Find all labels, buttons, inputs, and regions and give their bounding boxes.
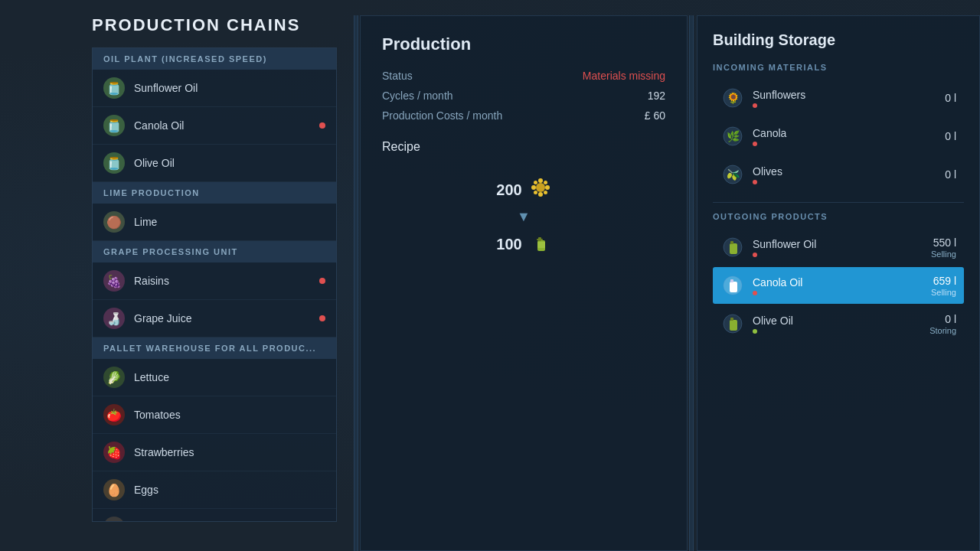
category-header: LIME PRODUCTION bbox=[93, 182, 336, 204]
recipe-content: 200 bbox=[382, 169, 665, 265]
status-row: Status Materials missing bbox=[382, 70, 665, 82]
sunflowers-info: Sunflowers bbox=[753, 89, 945, 108]
canola-oil-out-amount: 659 l bbox=[933, 275, 956, 287]
cycles-label: Cycles / month bbox=[382, 90, 453, 102]
incoming-item-canola: 🌿 Canola 0 l bbox=[713, 118, 964, 155]
sunflower-oil-out-dot bbox=[753, 253, 757, 257]
costs-row: Production Costs / month £ 60 bbox=[382, 109, 665, 122]
sunflower-oil-out-info: Sunflower Oil bbox=[753, 238, 931, 257]
page-title: Production Chains bbox=[92, 15, 352, 35]
canola-name: Canola bbox=[753, 127, 945, 139]
olive-oil-out-info: Olive Oil bbox=[753, 315, 929, 334]
canola-oil-out-dot bbox=[753, 291, 757, 295]
outgoing-item-canola-oil-out[interactable]: Canola Oil 659 l Selling bbox=[713, 267, 964, 304]
wool-label: Wool bbox=[134, 521, 325, 522]
svg-point-0 bbox=[536, 183, 545, 192]
olives-name: Olives bbox=[753, 165, 945, 178]
sunflowers-dot bbox=[753, 103, 757, 108]
svg-text:🌿: 🌿 bbox=[727, 130, 740, 143]
grape-juice-icon: 🍶 bbox=[103, 308, 125, 329]
grape-juice-label: Grape Juice bbox=[134, 312, 319, 324]
status-label: Status bbox=[382, 70, 413, 82]
lime-label: Lime bbox=[134, 216, 325, 228]
svg-point-4 bbox=[545, 185, 550, 190]
recipe-output-amount: 100 bbox=[496, 236, 521, 253]
svg-point-2 bbox=[538, 192, 543, 197]
olives-icon: 🫒 bbox=[720, 162, 745, 187]
canola-icon: 🌿 bbox=[720, 124, 745, 148]
left-panel: Production Chains OIL PLANT (INCREASED S… bbox=[92, 15, 352, 551]
alert-dot bbox=[319, 315, 325, 321]
olive-oil-label: Olive Oil bbox=[134, 157, 325, 169]
list-item-eggs[interactable]: 🥚 Eggs bbox=[93, 471, 336, 509]
canola-oil-out-status: Selling bbox=[931, 288, 956, 297]
recipe-section: Recipe 200 bbox=[382, 140, 665, 265]
svg-text:🫒: 🫒 bbox=[727, 168, 740, 181]
sunflower-oil-out-amount-area: 550 l Selling bbox=[931, 236, 956, 259]
left-divider bbox=[354, 15, 358, 551]
right-divider bbox=[689, 15, 694, 551]
lettuce-icon: 🥬 bbox=[103, 367, 125, 388]
olive-oil-out-status: Storing bbox=[929, 326, 956, 335]
category-header: OIL PLANT (INCREASED SPEED) bbox=[93, 48, 336, 70]
costs-label: Production Costs / month bbox=[382, 109, 502, 122]
list-item-raisins[interactable]: 🍇 Raisins bbox=[93, 262, 336, 300]
olives-amount: 0 l bbox=[945, 168, 956, 181]
svg-point-6 bbox=[544, 181, 547, 184]
eggs-label: Eggs bbox=[134, 484, 325, 496]
outgoing-header: OUTGOING PRODUCTS bbox=[713, 212, 964, 221]
svg-rect-23 bbox=[730, 282, 737, 292]
svg-rect-21 bbox=[730, 241, 733, 244]
outgoing-list: Sunflower Oil 550 l Selling Canola Oil bbox=[713, 229, 964, 342]
svg-rect-20 bbox=[730, 243, 737, 254]
recipe-input: 200 bbox=[496, 177, 550, 203]
main-container: Production Chains OIL PLANT (INCREASED S… bbox=[0, 0, 980, 551]
svg-text:🌻: 🌻 bbox=[727, 92, 740, 105]
building-storage-title: Building Storage bbox=[713, 31, 964, 49]
canola-amount: 0 l bbox=[945, 130, 956, 142]
cycles-value: 192 bbox=[648, 90, 665, 102]
recipe-arrow-icon: ▼ bbox=[517, 209, 531, 225]
canola-oil-out-icon bbox=[720, 273, 745, 298]
sunflowers-amount-area: 0 l bbox=[945, 91, 956, 105]
alert-dot bbox=[319, 278, 325, 284]
sunflower-oil-icon: 🫙 bbox=[103, 77, 125, 99]
costs-value: £ 60 bbox=[645, 109, 665, 122]
list-item-grape-juice[interactable]: 🍶 Grape Juice bbox=[93, 300, 336, 337]
list-item-strawberries[interactable]: 🍓 Strawberries bbox=[93, 434, 336, 471]
canola-oil-icon: 🫙 bbox=[103, 115, 125, 136]
svg-point-7 bbox=[534, 191, 537, 194]
incoming-item-olives: 🫒 Olives 0 l bbox=[713, 156, 964, 193]
canola-dot bbox=[753, 142, 757, 146]
eggs-icon: 🥚 bbox=[103, 479, 125, 500]
outgoing-item-sunflower-oil-out[interactable]: Sunflower Oil 550 l Selling bbox=[713, 229, 964, 266]
status-value: Materials missing bbox=[583, 70, 665, 82]
sunflowers-amount: 0 l bbox=[945, 92, 956, 104]
tomatoes-label: Tomatoes bbox=[134, 409, 325, 421]
olive-oil-out-name: Olive Oil bbox=[753, 315, 929, 327]
olives-dot bbox=[753, 180, 757, 184]
wool-icon: 🧶 bbox=[103, 517, 125, 522]
list-item-olive-oil[interactable]: 🫙 Olive Oil bbox=[93, 145, 336, 182]
strawberries-icon: 🍓 bbox=[103, 442, 125, 463]
list-item-sunflower-oil[interactable]: 🫙 Sunflower Oil bbox=[93, 70, 336, 107]
tomatoes-icon: 🍅 bbox=[103, 404, 125, 425]
svg-point-5 bbox=[534, 181, 537, 184]
list-item-tomatoes[interactable]: 🍅 Tomatoes bbox=[93, 396, 336, 434]
canola-oil-label: Canola Oil bbox=[134, 119, 319, 132]
svg-point-8 bbox=[544, 191, 547, 194]
list-item-wool[interactable]: 🧶 Wool bbox=[93, 509, 336, 522]
list-item-lime[interactable]: 🟤 Lime bbox=[93, 204, 336, 241]
sunflowers-icon: 🌻 bbox=[720, 86, 745, 110]
recipe-output-icon bbox=[530, 231, 551, 257]
recipe-output: 100 bbox=[496, 231, 550, 257]
list-item-canola-oil[interactable]: 🫙 Canola Oil bbox=[93, 107, 336, 145]
production-list: OIL PLANT (INCREASED SPEED) 🫙 Sunflower … bbox=[92, 47, 337, 522]
olive-oil-icon: 🫙 bbox=[103, 152, 125, 174]
svg-rect-26 bbox=[730, 320, 737, 331]
sunflowers-name: Sunflowers bbox=[753, 89, 945, 101]
svg-point-3 bbox=[531, 185, 536, 190]
strawberries-label: Strawberries bbox=[134, 446, 325, 458]
list-item-lettuce[interactable]: 🥬 Lettuce bbox=[93, 359, 336, 396]
outgoing-item-olive-oil-out[interactable]: Olive Oil 0 l Storing bbox=[713, 305, 964, 342]
